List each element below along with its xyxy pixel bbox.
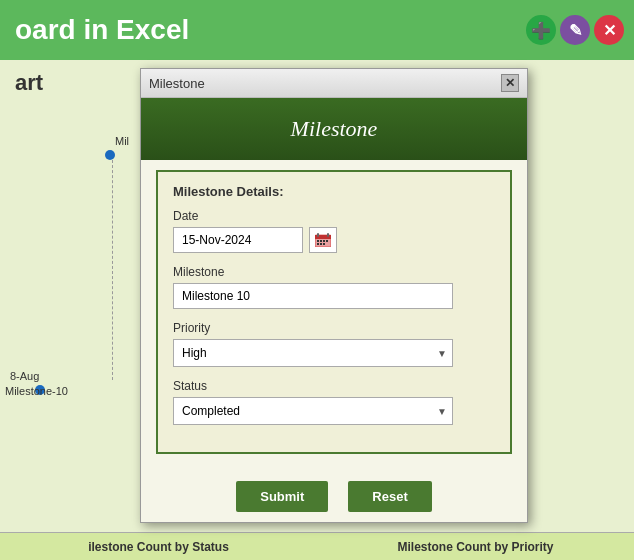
dialog-title: Milestone (149, 76, 205, 91)
svg-rect-2 (317, 233, 319, 237)
dialog-overlay: Milestone ✕ Milestone Milestone Details:… (0, 0, 634, 560)
milestone-label: Milestone (173, 265, 495, 279)
dialog-body: Milestone Details: Date (141, 160, 527, 469)
status-select-wrapper: Completed In Progress Not Started (173, 397, 453, 425)
dialog-banner: Milestone (141, 98, 527, 160)
submit-button[interactable]: Submit (236, 481, 328, 512)
calendar-icon (315, 233, 331, 247)
svg-rect-9 (320, 243, 322, 245)
svg-rect-8 (317, 243, 319, 245)
section-title: Milestone Details: (173, 184, 495, 199)
priority-select-wrapper: High Medium Low (173, 339, 453, 367)
priority-field-group: Priority High Medium Low (173, 321, 495, 367)
dialog-titlebar: Milestone ✕ (141, 69, 527, 98)
milestone-details-section: Milestone Details: Date (156, 170, 512, 454)
date-label: Date (173, 209, 495, 223)
status-select[interactable]: Completed In Progress Not Started (173, 397, 453, 425)
dialog-footer: Submit Reset (141, 469, 527, 522)
milestone-input[interactable] (173, 283, 453, 309)
date-row (173, 227, 495, 253)
dialog-banner-title: Milestone (291, 116, 378, 141)
priority-select[interactable]: High Medium Low (173, 339, 453, 367)
date-field-group: Date (173, 209, 495, 253)
dialog-close-button[interactable]: ✕ (501, 74, 519, 92)
svg-rect-3 (327, 233, 329, 237)
svg-rect-7 (326, 240, 328, 242)
svg-rect-5 (320, 240, 322, 242)
status-label: Status (173, 379, 495, 393)
svg-rect-10 (323, 243, 325, 245)
milestone-field-group: Milestone (173, 265, 495, 309)
date-input[interactable] (173, 227, 303, 253)
reset-button[interactable]: Reset (348, 481, 431, 512)
svg-rect-4 (317, 240, 319, 242)
milestone-dialog: Milestone ✕ Milestone Milestone Details:… (140, 68, 528, 523)
svg-rect-6 (323, 240, 325, 242)
calendar-icon-button[interactable] (309, 227, 337, 253)
status-field-group: Status Completed In Progress Not Started (173, 379, 495, 425)
priority-label: Priority (173, 321, 495, 335)
